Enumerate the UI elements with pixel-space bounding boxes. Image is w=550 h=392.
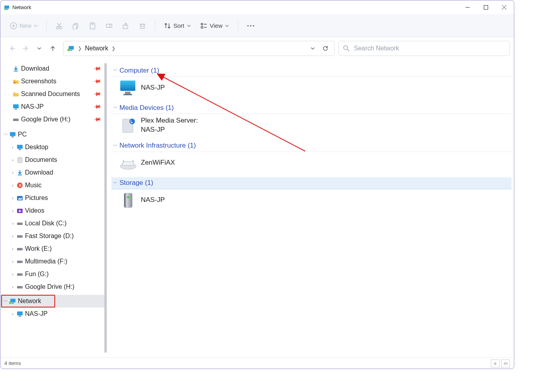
- tree-item-nasjp[interactable]: NAS-JP 📌: [0, 100, 107, 113]
- view-button[interactable]: View: [196, 18, 233, 34]
- svg-rect-76: [123, 94, 132, 95]
- copy-icon: [72, 22, 79, 29]
- tree-item-pc-child[interactable]: ›Fun (G:): [0, 268, 107, 281]
- item-icon: [16, 245, 23, 252]
- network-item[interactable]: ZenWiFiAX: [112, 152, 512, 174]
- tree-item-download[interactable]: Download 📌: [0, 62, 107, 75]
- address-dropdown[interactable]: [310, 46, 315, 51]
- breadcrumb-network[interactable]: Network: [83, 45, 111, 52]
- share-icon: [122, 22, 129, 29]
- recent-button[interactable]: [34, 42, 45, 55]
- tree-item-pc-child[interactable]: ›Multimedia (F:): [0, 255, 107, 268]
- tree-item-pc-child[interactable]: ›Documents: [0, 154, 107, 166]
- svg-rect-74: [120, 81, 135, 91]
- chevron-right-icon[interactable]: ›: [9, 272, 16, 277]
- tree-item-pc-child[interactable]: ›Music: [0, 179, 107, 192]
- chevron-right-icon[interactable]: ›: [9, 221, 16, 226]
- svg-rect-44: [12, 136, 14, 137]
- network-icon: [4, 4, 10, 11]
- chevron-right-icon[interactable]: ›: [9, 311, 16, 316]
- paste-button[interactable]: [85, 18, 100, 34]
- tree-item-pc[interactable]: ﹀ PC: [0, 128, 107, 141]
- group-header[interactable]: ﹀Computer (1): [112, 65, 512, 77]
- forward-button[interactable]: [20, 42, 31, 55]
- svg-rect-17: [91, 23, 94, 24]
- drive-icon: [12, 116, 19, 123]
- item-icon: [16, 258, 23, 265]
- tree-item-pc-child[interactable]: ›Work (E:): [0, 242, 107, 255]
- tree-label: Videos: [25, 207, 44, 214]
- breadcrumb-separator[interactable]: ❯: [77, 46, 83, 51]
- tree-item-screenshots[interactable]: Screenshots 📌: [0, 75, 107, 88]
- up-button[interactable]: [47, 42, 58, 55]
- sort-button[interactable]: Sort: [160, 18, 195, 34]
- close-button[interactable]: [495, 1, 513, 14]
- chevron-right-icon[interactable]: ›: [9, 284, 16, 289]
- monitor-icon: [16, 310, 23, 317]
- tree-item-scanned[interactable]: Scanned Documents 📌: [0, 88, 107, 100]
- chevron-right-icon[interactable]: ›: [9, 170, 16, 175]
- svg-rect-72: [17, 311, 23, 315]
- new-button[interactable]: New: [6, 18, 42, 34]
- chevron-down-icon[interactable]: ﹀: [2, 132, 9, 138]
- address-bar[interactable]: ❯ Network ❯: [63, 41, 335, 56]
- tree-item-pc-child[interactable]: ›Fast Storage (D:): [0, 230, 107, 242]
- group-header[interactable]: ﹀Media Devices (1): [112, 102, 512, 114]
- network-item[interactable]: NAS-JP: [112, 189, 512, 211]
- chevron-down-icon: [187, 24, 191, 28]
- chevron-right-icon[interactable]: ›: [9, 246, 16, 251]
- share-button[interactable]: [118, 18, 133, 34]
- tree-item-pc-child[interactable]: ›Google Drive (H:): [0, 281, 107, 293]
- group-title: Media Devices (1): [119, 104, 174, 112]
- more-button[interactable]: [243, 18, 259, 34]
- refresh-button[interactable]: [322, 45, 329, 52]
- copy-button[interactable]: [68, 18, 83, 34]
- pin-icon: 📌: [93, 77, 102, 86]
- rename-button[interactable]: [102, 18, 117, 34]
- tree-item-pc-child[interactable]: ›Local Disk (C:): [0, 217, 107, 230]
- chevron-right-icon[interactable]: ›: [9, 196, 16, 200]
- maximize-button[interactable]: [477, 1, 495, 14]
- chevron-down-icon: [34, 24, 38, 28]
- chevron-right-icon[interactable]: ›: [9, 183, 16, 188]
- tree-item-network[interactable]: ﹀ Network: [0, 295, 107, 307]
- chevron-right-icon[interactable]: ›: [9, 208, 16, 213]
- details-view-button[interactable]: ≡: [491, 359, 500, 367]
- tree-item-pc-child[interactable]: ›Pictures: [0, 192, 107, 204]
- svg-point-64: [21, 261, 22, 262]
- chevron-right-icon[interactable]: ›: [9, 145, 16, 150]
- pin-icon: 📌: [93, 90, 102, 98]
- back-button[interactable]: [7, 42, 18, 55]
- tree-item-pc-child[interactable]: ›Desktop: [0, 141, 107, 154]
- tree-item-pc-child[interactable]: ›Download: [0, 166, 107, 179]
- chevron-right-icon[interactable]: ›: [9, 158, 16, 162]
- group-title: Computer (1): [119, 67, 159, 75]
- svg-rect-80: [123, 161, 134, 165]
- nav-tree: Download 📌 Screenshots 📌 Scanned Documen…: [0, 60, 107, 357]
- tiles-view-button[interactable]: ▭: [501, 359, 510, 367]
- search-input[interactable]: [353, 44, 506, 52]
- cut-icon: [56, 22, 63, 29]
- svg-rect-73: [19, 316, 21, 317]
- group-title: Network Infrastructure (1): [119, 142, 196, 150]
- folder-icon: [12, 78, 19, 85]
- tree-item-pc-child[interactable]: ›Videos: [0, 204, 107, 217]
- sort-label: Sort: [173, 22, 185, 29]
- delete-button[interactable]: [135, 18, 150, 34]
- svg-point-42: [17, 119, 18, 120]
- item-label: ZenWiFiAX: [138, 158, 175, 167]
- sort-icon: [164, 22, 171, 29]
- network-item[interactable]: NAS-JP: [112, 77, 512, 99]
- minimize-button[interactable]: [458, 1, 477, 14]
- chevron-right-icon[interactable]: ›: [9, 259, 16, 264]
- tree-item-net-nasjp[interactable]: › NAS-JP: [0, 307, 107, 320]
- svg-rect-43: [10, 132, 15, 136]
- chevron-right-icon[interactable]: ›: [9, 234, 16, 238]
- tree-item-gdrive[interactable]: Google Drive (H:) 📌: [0, 113, 107, 126]
- group-header[interactable]: ﹀Network Infrastructure (1): [112, 140, 512, 152]
- cut-button[interactable]: [52, 18, 67, 34]
- search-box[interactable]: [338, 41, 510, 56]
- breadcrumb-separator[interactable]: ❯: [111, 46, 116, 51]
- network-item[interactable]: Plex Media Server:NAS-JP: [112, 114, 512, 137]
- group-header[interactable]: ﹀Storage (1): [112, 177, 512, 189]
